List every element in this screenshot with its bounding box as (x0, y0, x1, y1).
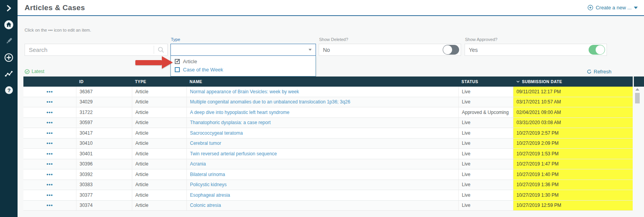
row-id: 30392 (76, 169, 132, 180)
table-header: ID TYPE NAME STATUS SUBMISSION DATE (23, 76, 644, 87)
instruction-text: Click on the ••• icon to edit an item. (25, 28, 91, 32)
row-status: Approved & Upcoming (458, 107, 513, 117)
row-actions-button[interactable]: ••• (46, 162, 53, 165)
row-type: Article (132, 118, 186, 128)
row-name-link[interactable]: Sacrococcygeal teratoma (190, 130, 243, 136)
show-approved-toggle[interactable] (589, 45, 605, 55)
row-actions-button[interactable]: ••• (46, 142, 53, 145)
row-id: 30374 (76, 201, 132, 211)
row-submission-date: 10/27/2019 1:36 PM (513, 180, 633, 190)
pencil-icon[interactable] (4, 36, 14, 46)
help-icon[interactable]: ? (4, 85, 14, 95)
row-type: Article (132, 190, 186, 200)
column-header-id[interactable]: ID (76, 76, 132, 87)
annotation-arrow-icon (135, 56, 173, 69)
row-actions-button[interactable]: ••• (46, 90, 53, 93)
table-scrollbar[interactable] (635, 87, 640, 210)
chevron-right-icon[interactable] (4, 3, 14, 13)
search-input[interactable] (25, 46, 154, 53)
row-actions-button[interactable]: ••• (46, 132, 53, 135)
row-submission-date: 10/27/2019 2:57 PM (513, 128, 633, 138)
row-submission-date: 10/27/2019 2:09 PM (513, 139, 633, 149)
search-icon[interactable] (154, 46, 167, 53)
column-header-filler (633, 76, 644, 87)
row-status: Live (458, 201, 513, 211)
row-name-link[interactable]: Normal appearance of Brain Vesicles: wee… (190, 89, 299, 94)
show-deleted-toggle[interactable] (443, 45, 459, 55)
home-icon[interactable] (4, 20, 14, 30)
row-name-link[interactable]: Multiple congenital anomalies due to an … (190, 99, 350, 105)
plus-circle-icon[interactable] (4, 52, 14, 62)
row-id: 30417 (76, 128, 132, 138)
row-type: Article (132, 180, 186, 190)
row-name-link[interactable]: Bilateral urinoma (190, 172, 225, 177)
row-actions-button[interactable]: ••• (46, 100, 53, 103)
row-name-link[interactable]: Twin reversed arterial perfusion sequenc… (190, 151, 277, 157)
row-type: Article (132, 87, 186, 97)
refresh-label: Refresh (594, 69, 612, 75)
row-status: Live (458, 190, 513, 200)
row-submission-date: 09/11/2021 12:17 PM (513, 87, 633, 97)
table-body: ••• 36367 Article Normal appearance of B… (23, 87, 633, 211)
check-circle-icon (25, 69, 30, 74)
app-window: ? Articles & Cases Create a new ... Clic… (0, 0, 644, 217)
refresh-button[interactable]: Refresh (587, 69, 612, 75)
table-row: ••• 30396 Article Acrania Live 10/27/201… (23, 159, 633, 170)
page-header: Articles & Cases Create a new ... (18, 0, 644, 16)
column-header-submission-date[interactable]: SUBMISSION DATE (513, 76, 633, 87)
column-header-status[interactable]: STATUS (458, 76, 513, 87)
row-submission-date: 10/27/2019 1:53 PM (513, 149, 633, 159)
row-type: Article (132, 128, 186, 138)
svg-text:?: ? (7, 87, 10, 93)
checkbox-checked-icon[interactable] (175, 59, 180, 64)
row-type: Article (132, 149, 186, 159)
row-id: 36367 (76, 87, 132, 97)
row-actions-button[interactable]: ••• (46, 121, 53, 124)
row-name-link[interactable]: A deep dive into hypoplastic left heart … (190, 110, 289, 115)
row-type: Article (132, 159, 186, 169)
analytics-icon[interactable] (4, 69, 14, 79)
row-submission-date: 10/27/2019 1:40 PM (513, 169, 633, 180)
show-approved-label: Show Approved? (465, 37, 497, 42)
row-actions-button[interactable]: ••• (46, 111, 53, 114)
row-type: Article (132, 139, 186, 149)
column-header-name[interactable]: NAME (186, 76, 458, 87)
type-dropdown-menu: Article Case of the Week (170, 56, 316, 76)
row-status: Live (458, 128, 513, 138)
type-select[interactable] (170, 44, 316, 56)
type-option-label: Article (183, 59, 197, 64)
table-row: ••• 30410 Article Cerebral tumor Live 10… (23, 139, 633, 149)
row-submission-date: 10/27/2019 1:30 PM (513, 190, 633, 200)
row-name-link[interactable]: Thanatophoric dysplasia: a case report (190, 120, 271, 125)
row-submission-date: 10/27/2019 12:59 PM (513, 201, 633, 211)
row-name-link[interactable]: Colonic atresia (190, 203, 221, 208)
row-name-link[interactable]: Policystic kidneys (190, 182, 227, 187)
table-row: ••• 34029 Article Multiple congenital an… (23, 97, 633, 108)
show-deleted-field: No (319, 44, 461, 56)
row-name-link[interactable]: Cerebral tumor (190, 141, 221, 146)
checkbox-unchecked-icon[interactable] (175, 67, 180, 72)
column-header-type[interactable]: TYPE (132, 76, 186, 87)
row-name-link[interactable]: Acrania (190, 161, 206, 167)
scroll-up-arrow-icon[interactable] (635, 88, 639, 91)
table-row: ••• 30377 Article Esophageal atresia Liv… (23, 190, 633, 201)
scrollbar-thumb[interactable] (635, 93, 640, 103)
row-actions-button[interactable]: ••• (46, 204, 53, 207)
row-actions-button[interactable]: ••• (46, 173, 53, 176)
row-actions-button[interactable]: ••• (46, 183, 53, 186)
row-actions-button[interactable]: ••• (46, 152, 53, 155)
create-new-button[interactable]: Create a new ... (587, 5, 638, 11)
row-status: Live (458, 139, 513, 149)
row-id: 30383 (76, 180, 132, 190)
row-id: 30377 (76, 190, 132, 200)
row-status: Live (458, 118, 513, 128)
type-option-article[interactable]: Article (171, 57, 316, 66)
table-row: ••• 30597 Article Thanatophoric dysplasi… (23, 118, 633, 128)
row-name-link[interactable]: Esophageal atresia (190, 192, 230, 198)
type-option-case-of-the-week[interactable]: Case of the Week (171, 66, 316, 74)
row-id: 31722 (76, 107, 132, 117)
row-actions-button[interactable]: ••• (46, 194, 53, 197)
show-deleted-label: Show Deleted? (319, 37, 348, 42)
row-id: 30401 (76, 149, 132, 159)
row-id: 30410 (76, 139, 132, 149)
